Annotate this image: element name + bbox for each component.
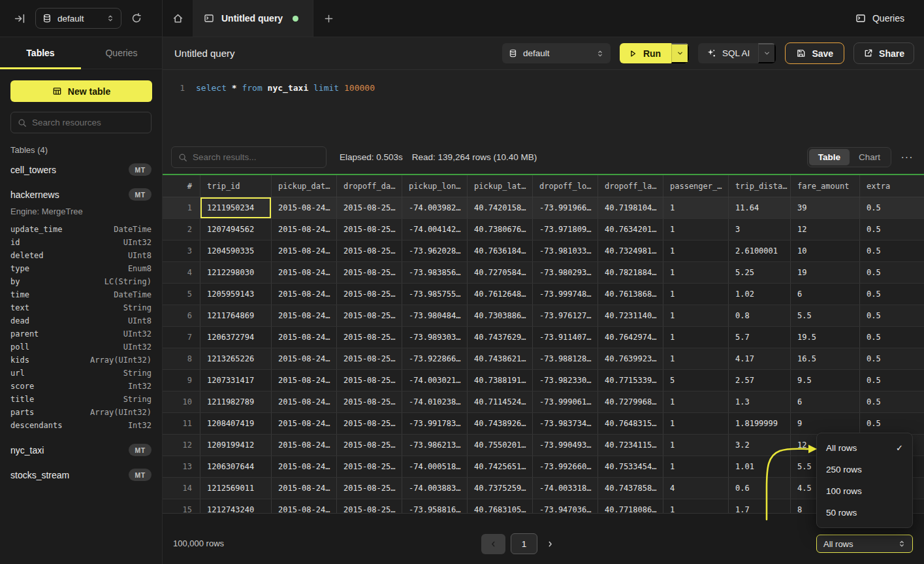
table-cell[interactable]: 40.7438926… (468, 413, 533, 434)
column-header[interactable]: trip_dista… (729, 175, 791, 197)
sql-ai-button[interactable]: SQL AI (698, 43, 758, 63)
page-size-option[interactable]: All rows✓ (817, 437, 912, 459)
table-cell[interactable]: 1 (663, 391, 729, 412)
results-search[interactable] (171, 146, 327, 168)
table-cell[interactable]: 2015-08-25… (337, 262, 402, 283)
table-cell[interactable]: 0.5 (860, 327, 924, 348)
table-cell[interactable]: 1206307644 (200, 456, 272, 477)
table-cell[interactable]: 1207494562 (200, 219, 272, 240)
table-cell[interactable]: 9 (791, 413, 860, 434)
table-cell[interactable]: 1.7 (729, 499, 791, 513)
table-cell[interactable]: -73.911407… (533, 327, 598, 348)
table-cell[interactable]: -73.983734… (533, 413, 598, 434)
table-cell[interactable]: 40.7437629… (468, 327, 533, 348)
table-cell[interactable]: 40.7279968… (598, 391, 663, 412)
table-row[interactable]: 212074945622015-08-24…2015-08-25…-74.004… (163, 219, 924, 241)
page-size-option[interactable]: 100 rows (817, 480, 912, 502)
table-cell[interactable]: 40.7380676… (468, 219, 533, 240)
table-cell[interactable]: 39 (791, 197, 860, 218)
home-button[interactable] (163, 0, 193, 37)
table-cell[interactable]: -73.991966… (533, 197, 598, 218)
page-size-option[interactable]: 250 rows (817, 459, 912, 480)
sidebar-tab-queries[interactable]: Queries (81, 37, 162, 69)
table-cell[interactable]: 40.7388191… (468, 370, 533, 391)
table-row[interactable]: 912073314172015-08-24…2015-08-25…-74.003… (163, 370, 924, 391)
sidebar-table-hackernews[interactable]: hackernewsMT (0, 184, 162, 205)
table-cell[interactable]: 1 (663, 284, 729, 305)
table-row[interactable]: 512059591432015-08-24…2015-08-25…-73.985… (163, 284, 924, 305)
table-row[interactable]: 1012119827892015-08-24…2015-08-25…-74.01… (163, 391, 924, 413)
table-cell[interactable]: -73.999061… (533, 391, 598, 412)
table-cell[interactable]: 2015-08-24… (272, 348, 337, 369)
sidebar-search[interactable] (10, 112, 151, 133)
table-row[interactable]: 1312063076442015-08-24…2015-08-25…-74.00… (163, 456, 924, 478)
column-header[interactable]: extra (860, 175, 924, 197)
table-cell[interactable]: 2015-08-25… (337, 413, 402, 434)
table-cell[interactable]: 40.7639923… (598, 348, 663, 369)
collapse-sidebar-button[interactable] (14, 13, 25, 24)
table-cell[interactable]: 0.5 (860, 370, 924, 391)
table-cell[interactable]: 1 (663, 262, 729, 283)
table-cell[interactable]: 6 (791, 284, 860, 305)
table-cell[interactable]: 2015-08-24… (272, 219, 337, 240)
table-cell[interactable]: 2.57 (729, 370, 791, 391)
table-cell[interactable]: 2015-08-25… (337, 327, 402, 348)
column-header[interactable]: fare_amount (791, 175, 860, 197)
table-row[interactable]: 112119502342015-08-24…2015-08-25…-74.003… (163, 197, 924, 219)
table-cell[interactable]: -74.000518… (402, 456, 468, 477)
table-cell[interactable]: -73.981033… (533, 241, 598, 261)
table-row[interactable]: 612117648692015-08-24…2015-08-25…-73.980… (163, 305, 924, 327)
new-tab-button[interactable] (313, 0, 343, 37)
column-header[interactable]: dropoff_lo… (533, 175, 598, 197)
table-cell[interactable]: 1211764869 (200, 305, 272, 326)
table-cell[interactable]: -74.010238… (402, 391, 468, 412)
table-cell[interactable]: -73.982330… (533, 370, 598, 391)
table-cell[interactable]: 2015-08-24… (272, 456, 337, 477)
view-tab-chart[interactable]: Chart (850, 149, 889, 165)
table-cell[interactable]: 2015-08-24… (272, 241, 337, 261)
table-cell[interactable]: -74.004142… (402, 219, 468, 240)
table-cell[interactable]: -73.947036… (533, 499, 598, 513)
table-cell[interactable]: 1207331417 (200, 370, 272, 391)
column-header[interactable]: trip_id (200, 175, 272, 197)
table-cell[interactable]: 0.5 (860, 241, 924, 261)
table-cell[interactable]: 4 (663, 478, 729, 499)
table-cell[interactable]: 40.7234115… (598, 435, 663, 456)
table-cell[interactable]: 2015-08-24… (272, 262, 337, 283)
table-cell[interactable]: -74.003318… (533, 478, 598, 499)
table-cell[interactable]: 1205959143 (200, 284, 272, 305)
table-cell[interactable]: 1 (663, 348, 729, 369)
table-cell[interactable]: 1211982789 (200, 391, 272, 412)
table-cell[interactable]: -73.990493… (533, 435, 598, 456)
table-cell[interactable]: 1 (663, 435, 729, 456)
query-database-selector[interactable]: default (502, 43, 611, 63)
table-cell[interactable]: 1 (663, 499, 729, 513)
view-tab-table[interactable]: Table (809, 149, 850, 165)
previous-page-button[interactable] (481, 534, 505, 554)
table-cell[interactable]: 40.7715339… (598, 370, 663, 391)
table-cell[interactable]: 1 (663, 413, 729, 434)
table-cell[interactable]: 40.7612648… (468, 284, 533, 305)
table-cell[interactable]: 19.5 (791, 327, 860, 348)
table-cell[interactable]: 3.2 (729, 435, 791, 456)
table-cell[interactable]: 0.6 (729, 478, 791, 499)
table-cell[interactable]: 2015-08-24… (272, 499, 337, 513)
database-selector[interactable]: default (35, 8, 121, 29)
table-cell[interactable]: 1 (663, 305, 729, 326)
table-cell[interactable]: -73.983856… (402, 262, 468, 283)
refresh-button[interactable] (131, 13, 142, 24)
table-cell[interactable]: 1211950234 (200, 197, 272, 218)
table-row[interactable]: 812132652262015-08-24…2015-08-25…-73.922… (163, 348, 924, 370)
sql-ai-options-button[interactable] (758, 43, 776, 63)
table-cell[interactable]: 16.5 (791, 348, 860, 369)
table-cell[interactable]: 0.5 (860, 262, 924, 283)
table-cell[interactable]: 0.5 (860, 305, 924, 326)
table-cell[interactable]: 40.7303886… (468, 305, 533, 326)
table-cell[interactable]: 0.5 (860, 413, 924, 434)
table-cell[interactable]: 0.5 (860, 284, 924, 305)
table-cell[interactable]: 12 (791, 219, 860, 240)
table-cell[interactable]: 2015-08-25… (337, 435, 402, 456)
table-cell[interactable]: 1 (663, 456, 729, 477)
page-size-option[interactable]: 50 rows (817, 502, 912, 523)
table-cell[interactable]: 19 (791, 262, 860, 283)
